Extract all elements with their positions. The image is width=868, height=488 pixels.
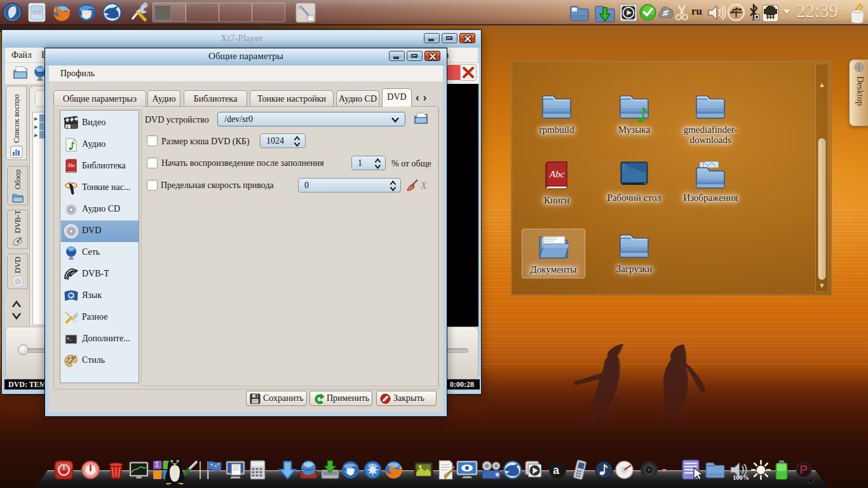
svg-text:100%: 100% bbox=[733, 474, 749, 480]
svg-text:a: a bbox=[553, 464, 559, 477]
svg-text:Σ: Σ bbox=[155, 461, 159, 468]
